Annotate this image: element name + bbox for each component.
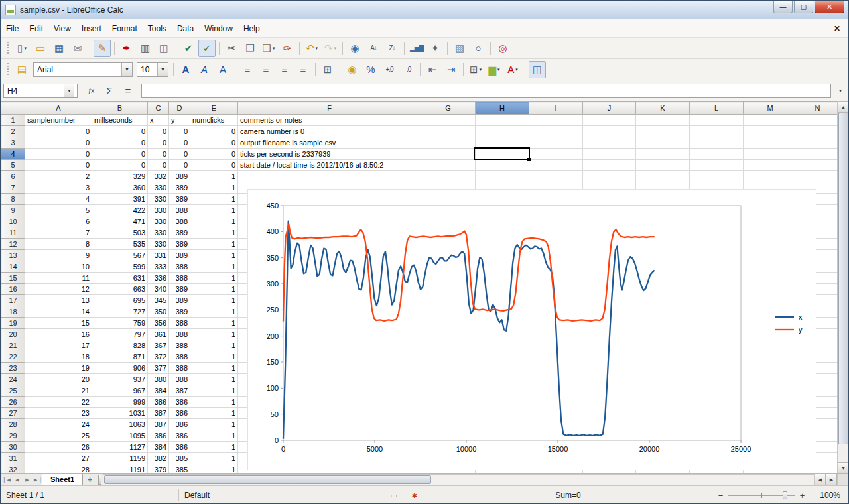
cell-B16[interactable]: 663 xyxy=(92,284,148,295)
italic-icon[interactable]: A xyxy=(196,61,213,78)
cell-A11[interactable]: 7 xyxy=(25,227,92,239)
cell-B8[interactable]: 391 xyxy=(92,194,148,205)
row-header-20[interactable]: 20 xyxy=(1,329,25,340)
cell-E25[interactable]: 1 xyxy=(190,385,238,397)
cell-E11[interactable]: 1 xyxy=(190,227,238,239)
row-header-19[interactable]: 19 xyxy=(1,318,25,329)
row-header-4[interactable]: 4 xyxy=(1,149,25,160)
cell-E1[interactable]: numclicks xyxy=(190,115,238,126)
merge-cells-icon[interactable]: ⊞ xyxy=(319,61,336,78)
cell-A1[interactable]: samplenumber xyxy=(25,115,92,126)
cell-B1[interactable]: millseconds xyxy=(92,115,148,126)
cell-N3[interactable] xyxy=(797,137,838,149)
cell-B4[interactable]: 0 xyxy=(92,149,148,160)
cell-E24[interactable]: 1 xyxy=(190,374,238,385)
cell-D11[interactable]: 389 xyxy=(169,227,190,239)
row-header-24[interactable]: 24 xyxy=(1,374,25,385)
row-header-15[interactable]: 15 xyxy=(1,273,25,284)
print-preview-icon[interactable]: ◫ xyxy=(155,40,172,57)
cell-A12[interactable]: 8 xyxy=(25,239,92,250)
column-header-F[interactable]: F xyxy=(238,102,421,115)
redo-dropdown-icon[interactable]: ▾ xyxy=(334,46,337,51)
paste-dropdown-icon[interactable]: ▾ xyxy=(273,46,275,51)
edit-file-icon[interactable]: ✎ xyxy=(94,40,111,57)
next-sheet-icon[interactable]: ▶ xyxy=(22,475,32,485)
cell-L6[interactable] xyxy=(690,171,744,182)
zoom-slider[interactable] xyxy=(728,491,795,500)
cell-G5[interactable] xyxy=(421,160,476,171)
row-header-2[interactable]: 2 xyxy=(1,126,25,137)
cell-B27[interactable]: 1031 xyxy=(92,408,148,419)
cell-C29[interactable]: 386 xyxy=(148,430,169,442)
cell-E6[interactable]: 1 xyxy=(190,171,238,182)
print-icon[interactable]: ▥ xyxy=(137,40,154,57)
cell-C9[interactable]: 330 xyxy=(148,205,169,216)
cell-J1[interactable] xyxy=(583,115,636,126)
cell-A27[interactable]: 23 xyxy=(25,408,92,419)
cell-C19[interactable]: 356 xyxy=(148,318,169,329)
cell-B28[interactable]: 1063 xyxy=(92,419,148,430)
cell-I2[interactable] xyxy=(529,126,583,137)
font-size-combo[interactable]: 10 ▼ xyxy=(137,62,168,77)
cell-L1[interactable] xyxy=(690,115,744,126)
cell-A32[interactable]: 28 xyxy=(25,464,92,474)
new-document-dropdown-icon[interactable]: ▾ xyxy=(24,46,27,51)
insert-chart-icon[interactable]: ▂▅▇ xyxy=(408,40,425,57)
sheet-tab-sheet1[interactable]: Sheet1 xyxy=(42,474,83,485)
undo-dropdown-icon[interactable]: ▾ xyxy=(316,46,318,51)
cell-C12[interactable]: 330 xyxy=(148,239,169,250)
row-header-26[interactable]: 26 xyxy=(1,397,25,408)
cell-E4[interactable]: 0 xyxy=(190,149,238,160)
row-header-12[interactable]: 12 xyxy=(1,239,25,250)
cut-icon[interactable]: ✂ xyxy=(223,40,240,57)
cell-C18[interactable]: 350 xyxy=(148,306,169,318)
cell-D18[interactable]: 389 xyxy=(169,306,190,318)
cell-D19[interactable]: 388 xyxy=(169,318,190,329)
name-box-dropdown-icon[interactable]: ▼ xyxy=(64,84,74,97)
cell-D24[interactable]: 388 xyxy=(169,374,190,385)
cell-A31[interactable]: 27 xyxy=(25,453,92,464)
maximize-button[interactable]: ▢ xyxy=(794,1,813,13)
first-sheet-icon[interactable]: ▏◀ xyxy=(2,475,12,485)
horizontal-scroll-thumb[interactable] xyxy=(104,475,431,484)
cell-B15[interactable]: 631 xyxy=(92,273,148,284)
menu-edit[interactable]: Edit xyxy=(24,20,48,37)
cell-A26[interactable]: 22 xyxy=(25,397,92,408)
font-name-dropdown-icon[interactable]: ▼ xyxy=(121,63,132,76)
close-button[interactable]: ✕ xyxy=(815,1,844,13)
column-header-D[interactable]: D xyxy=(169,102,190,115)
cell-D6[interactable]: 389 xyxy=(169,171,190,182)
cell-A15[interactable]: 11 xyxy=(25,273,92,284)
formula-bar-expand-icon[interactable]: ▼ xyxy=(835,84,846,98)
cell-D21[interactable]: 388 xyxy=(169,340,190,351)
cell-A22[interactable]: 18 xyxy=(25,351,92,363)
cell-E31[interactable]: 1 xyxy=(190,453,238,464)
cell-B9[interactable]: 422 xyxy=(92,205,148,216)
last-sheet-icon[interactable]: ▶▕ xyxy=(32,475,42,485)
zoom-out-icon[interactable]: − xyxy=(716,491,726,501)
cell-C22[interactable]: 372 xyxy=(148,351,169,363)
page-style-indicator[interactable]: Default xyxy=(179,491,344,500)
column-header-K[interactable]: K xyxy=(636,102,690,115)
close-document-icon[interactable]: ✕ xyxy=(826,24,848,33)
menu-window[interactable]: Window xyxy=(199,20,238,37)
cell-A10[interactable]: 6 xyxy=(25,216,92,227)
add-sheet-button[interactable]: + xyxy=(83,474,97,485)
cell-L5[interactable] xyxy=(690,160,744,171)
cell-K3[interactable] xyxy=(636,137,690,149)
function-wizard-icon[interactable]: ƒx xyxy=(82,82,99,99)
cell-A24[interactable]: 20 xyxy=(25,374,92,385)
cell-A5[interactable]: 0 xyxy=(25,160,92,171)
cell-A8[interactable]: 4 xyxy=(25,194,92,205)
cell-N5[interactable] xyxy=(797,160,838,171)
cell-D8[interactable]: 389 xyxy=(169,194,190,205)
titlebar[interactable]: sample.csv - LibreOffice Calc — ▢ ✕ xyxy=(1,1,848,19)
cell-J5[interactable] xyxy=(583,160,636,171)
column-header-B[interactable]: B xyxy=(92,102,148,115)
cell-A14[interactable]: 10 xyxy=(25,261,92,273)
decrease-indent-icon[interactable]: ⇤ xyxy=(424,61,441,78)
row-header-1[interactable]: 1 xyxy=(1,115,25,126)
previous-sheet-icon[interactable]: ◀ xyxy=(12,475,22,485)
embedded-chart[interactable]: 0501001502002503003504004500500010000150… xyxy=(247,189,816,470)
cell-H6[interactable] xyxy=(476,171,529,182)
